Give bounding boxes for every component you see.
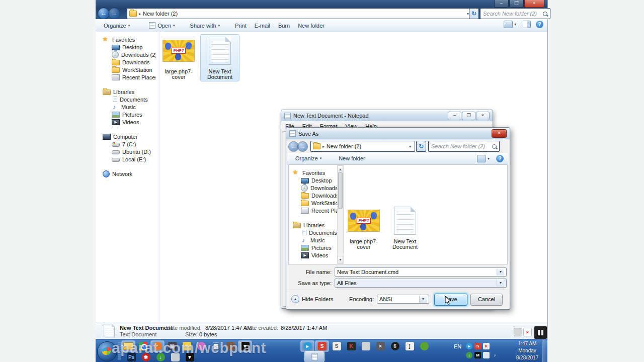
- nav-item-libraries[interactable]: Libraries: [96, 88, 156, 96]
- file-name-input[interactable]: New Text Document.cmd ▼: [335, 267, 507, 277]
- change-view-button[interactable]: ▾: [477, 155, 491, 162]
- nav-item-downloads[interactable]: Downloads: [96, 58, 156, 66]
- encoding-select[interactable]: ANSI ▼: [377, 295, 429, 304]
- kaspersky-tray-icon[interactable]: K: [483, 343, 490, 349]
- nav-item-documents[interactable]: Documents: [289, 229, 337, 236]
- vpn-swirl-icon[interactable]: [418, 341, 431, 351]
- nav-item-drive-d[interactable]: Ubuntu (D:): [96, 148, 156, 155]
- messenger-icon[interactable]: [180, 341, 193, 351]
- minimize-button[interactable]: –: [448, 112, 461, 120]
- downloader-bird-icon[interactable]: ▼: [238, 341, 252, 351]
- chevron-down-icon[interactable]: ▼: [497, 268, 504, 276]
- help-button[interactable]: ?: [496, 155, 504, 162]
- printer-overlay-icon[interactable]: [514, 328, 522, 336]
- photo-viewer-icon[interactable]: ▣: [166, 341, 179, 351]
- chevron-down-icon[interactable]: ▼: [419, 296, 427, 303]
- media-player-icon[interactable]: [195, 341, 208, 351]
- maximize-button[interactable]: ❐: [509, 0, 524, 8]
- nav-item-favorites[interactable]: Favorites: [96, 36, 156, 43]
- notes-app-icon[interactable]: [209, 341, 222, 351]
- print-button[interactable]: Print: [231, 21, 251, 30]
- nav-item-drive-e[interactable]: Local (E:): [96, 155, 156, 163]
- nav-item-drive-c[interactable]: 7 (C:): [96, 140, 156, 148]
- file-tile-text[interactable]: New Text Document: [200, 34, 239, 81]
- nav-item-recent-places[interactable]: Recent Places: [96, 73, 156, 81]
- idm-red-tray-icon[interactable]: S: [474, 343, 481, 349]
- nav-item-computer[interactable]: Computer: [96, 133, 156, 140]
- display-tray-icon[interactable]: [483, 352, 490, 358]
- nav-item-music[interactable]: Music: [96, 103, 156, 111]
- nav-item-desktop[interactable]: Desktop: [289, 176, 337, 184]
- file-tile-image[interactable]: PHP7large.php7-cover: [159, 34, 198, 81]
- address-bar[interactable]: ▸ New folder (2) ▾: [310, 141, 415, 152]
- nav-item-music[interactable]: Music: [289, 236, 337, 244]
- printer-icon[interactable]: [359, 341, 372, 351]
- nav-item-videos[interactable]: Videos: [96, 118, 156, 126]
- nav-item-network[interactable]: Network: [96, 170, 156, 177]
- organize-button[interactable]: Organize: [291, 154, 326, 163]
- share-with-button[interactable]: Share with: [186, 21, 224, 30]
- nav-item-desktop[interactable]: Desktop: [96, 43, 156, 51]
- cancel-button[interactable]: Cancel: [470, 294, 503, 306]
- red-gear-icon[interactable]: ✱: [139, 352, 152, 362]
- maximize-button[interactable]: ❐: [462, 112, 475, 120]
- burn-button[interactable]: Burn: [274, 21, 294, 30]
- new-folder-button[interactable]: New folder: [294, 21, 329, 30]
- forward-button[interactable]: →: [108, 8, 120, 20]
- start-button[interactable]: [97, 341, 117, 361]
- scrollbar-thumb[interactable]: [338, 172, 343, 209]
- chevron-down-icon[interactable]: ▾: [408, 144, 413, 149]
- photoshop-icon[interactable]: Ps: [125, 352, 138, 362]
- bracket-app-icon[interactable]: ]: [403, 341, 416, 351]
- x-app-icon[interactable]: ×: [374, 341, 387, 351]
- save-as-type-select[interactable]: All Files ▼: [335, 279, 507, 288]
- forward-button[interactable]: →: [297, 141, 308, 152]
- scroll-down-icon[interactable]: ▼: [338, 256, 343, 263]
- nav-item-pictures[interactable]: Pictures: [289, 244, 337, 251]
- nav-item-downloads-2[interactable]: Downloads (2): [96, 51, 156, 58]
- ytd-icon[interactable]: ▼: [183, 352, 196, 362]
- six-app-icon[interactable]: 6: [388, 341, 401, 351]
- volume-tray-icon[interactable]: ♪: [492, 352, 498, 358]
- telegram-tray-icon[interactable]: ▸: [466, 343, 472, 349]
- close-button[interactable]: ×: [492, 129, 507, 138]
- m-black-tray-icon[interactable]: M: [474, 352, 481, 358]
- modem-icon[interactable]: [169, 352, 182, 362]
- nav-item-libraries[interactable]: Libraries: [289, 221, 337, 229]
- pause-icon[interactable]: [534, 326, 547, 339]
- notepad-taskbar-button[interactable]: [305, 351, 324, 362]
- show-desktop-button[interactable]: [542, 339, 547, 362]
- tree-scrollbar[interactable]: ▲ ▼: [337, 165, 344, 264]
- taskbar-clock[interactable]: 1:47 AM Monday 8/28/2017: [513, 340, 541, 361]
- nav-item-recent-places[interactable]: Recent Places: [289, 207, 337, 214]
- file-tile-text[interactable]: New Text Document: [385, 204, 425, 251]
- help-button[interactable]: ?: [536, 21, 543, 28]
- new-folder-button[interactable]: New folder: [335, 154, 369, 163]
- search-input[interactable]: Search New folder (2): [480, 8, 550, 19]
- refresh-button[interactable]: ↻: [469, 8, 479, 19]
- organize-button[interactable]: Organize: [100, 21, 134, 30]
- preview-pane-button[interactable]: [523, 21, 531, 28]
- telegram-icon[interactable]: ▸: [301, 341, 314, 351]
- refresh-button[interactable]: ↻: [416, 141, 426, 152]
- firefox-icon[interactable]: [151, 341, 164, 351]
- kaspersky-icon[interactable]: K: [345, 341, 358, 351]
- change-view-button[interactable]: ▾: [504, 21, 518, 28]
- archive-app-icon[interactable]: [224, 341, 237, 351]
- address-bar[interactable]: ▸ New folder (2) ▾: [127, 8, 473, 19]
- nav-item-downloads-2[interactable]: Downloads (2): [289, 184, 337, 192]
- notepad-titlebar[interactable]: New Text Document - Notepad – ❐ ×: [281, 110, 493, 121]
- nav-item-videos[interactable]: Videos: [289, 251, 337, 259]
- chevron-down-icon[interactable]: ▼: [497, 280, 504, 287]
- dialog-titlebar[interactable]: Save As ×: [286, 128, 510, 139]
- nav-item-workstation[interactable]: WorkStation: [289, 199, 337, 207]
- language-indicator[interactable]: EN: [454, 343, 461, 349]
- scroll-up-icon[interactable]: ▲: [338, 165, 343, 173]
- close-button[interactable]: ×: [524, 0, 544, 8]
- explorer-taskbar-icon[interactable]: [122, 341, 135, 351]
- action-flag-icon[interactable]: ×: [523, 328, 532, 336]
- minimize-button[interactable]: –: [494, 0, 509, 8]
- open-button[interactable]: Open: [145, 21, 179, 30]
- nav-item-downloads[interactable]: Downloads: [289, 192, 337, 199]
- idm-tray-icon[interactable]: ↓: [466, 352, 472, 358]
